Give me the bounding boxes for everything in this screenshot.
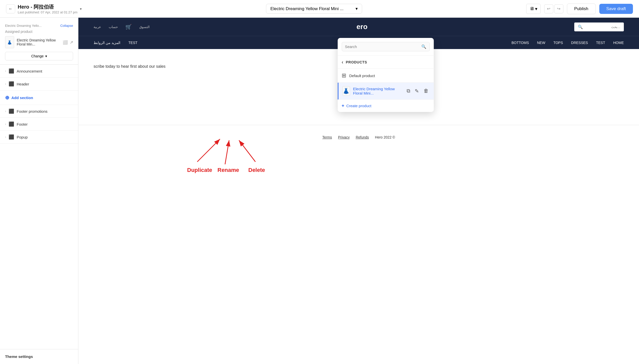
sidebar-header-label: Electric Dreaming Yello... [5,24,42,28]
device-selector[interactable]: 🖥 ▾ [526,4,541,14]
menu-bottoms: BOTTOMS [512,41,529,45]
menu-new: NEW [537,41,545,45]
product-thumb-img: 👗 [7,40,12,45]
product-link-icon[interactable]: ↗ [70,40,73,45]
page-dropdown-arrow: ▾ [356,6,358,11]
dropdown-header: ‹ PRODUCTS [338,56,434,69]
header-label: Header [17,82,29,86]
main-layout: Electric Dreaming Yello... Collapse Assi… [0,18,639,364]
preview-area: عربية حساب 🛒 التسوق ero 🔍 المزيد من الرو… [78,18,639,364]
menu-test-left: TEST [128,41,138,45]
store-footer: Terms Privacy Refunds Hero 2022 © [78,125,639,147]
duplicate-icon[interactable]: ⧉ [406,87,411,95]
add-section-button[interactable]: ⊕ Add section [0,90,78,105]
sidebar-item-footer[interactable]: › ⬛ Footer [0,118,78,131]
store-menu-left: المزيد من الروابط TEST [94,41,138,45]
duplicate-annotation: Duplicate [187,167,212,173]
undo-redo-group: ↩ ↪ [544,4,563,13]
assigned-product-label: Assigned product [5,30,73,34]
store-info: Hero - 阿拉伯语 Last published: 07 Apr, 2022… [18,4,77,14]
save-draft-button[interactable]: Save draft [599,4,633,14]
device-icon: 🖥 [530,6,534,11]
store-search-icon: 🔍 [578,25,583,29]
sidebar-bottom: Theme settings [0,349,78,364]
footer-links: Terms Privacy Refunds Hero 2022 © [94,135,624,139]
rename-annotation: Rename [217,167,239,173]
announcement-icon: ⬛ [9,68,14,74]
sidebar-top: Electric Dreaming Yello... Collapse Assi… [0,18,78,65]
header-icon: ⬛ [9,81,14,87]
change-label: Change [31,54,43,58]
create-product-label: Create product [346,104,371,108]
expand-arrow-announcement: › [5,69,6,73]
footer-promotions-icon: ⬛ [9,108,14,114]
create-product-button[interactable]: + Create product [338,100,434,112]
store-preview: عربية حساب 🛒 التسوق ero 🔍 المزيد من الرو… [78,18,639,364]
page-selector[interactable]: Electric Dreaming Yellow Floral Mini ...… [266,4,362,14]
dropdown-search-area: 🔍 [338,38,434,56]
footer-promotions-label: Footer promotions [17,109,48,113]
product-name: Electric Dreaming Yellow Floral Min... [17,38,60,46]
selected-product-item[interactable]: 👗 Electric Dreaming Yellow Floral Mini..… [338,83,434,100]
store-dropdown-arrow[interactable]: ▾ [80,7,82,11]
store-nav-right: 🔍 [574,22,624,31]
menu-test-right: TEST [596,41,605,45]
back-button[interactable]: ← [6,4,15,13]
change-product-button[interactable]: Change ▾ [5,52,73,60]
footer-terms[interactable]: Terms [322,135,332,139]
delete-annotation: Delete [248,167,265,173]
publish-button[interactable]: Publish [567,4,596,14]
add-section-label: Add section [11,96,33,100]
dropdown-search-input[interactable] [345,44,419,49]
selected-product-name: Electric Dreaming Yellow Floral Mini... [353,87,403,95]
add-section-icon: ⊕ [5,95,9,101]
search-input-wrap[interactable]: 🔍 [342,42,430,51]
nav-cart: التسوق [139,25,150,29]
topbar-left: ← Hero - 阿拉伯语 Last published: 07 Apr, 20… [6,4,102,14]
menu-home: HOME [613,41,624,45]
footer-refunds[interactable]: Refunds [356,135,369,139]
nav-arabic: عربية [94,25,101,29]
product-edit-icon[interactable]: ⬜ [63,40,68,45]
default-product-label: Default product [349,74,375,78]
topbar: ← Hero - 阿拉伯语 Last published: 07 Apr, 20… [0,0,639,18]
sidebar: Electric Dreaming Yello... Collapse Assi… [0,18,78,364]
store-search-input[interactable] [585,25,620,29]
products-dropdown: 🔍 ‹ PRODUCTS ⊞ Default product 👗 Electri… [338,38,434,112]
sidebar-item-footer-promotions[interactable]: › ⬛ Footer promotions [0,105,78,118]
back-arrow-icon[interactable]: ‹ [342,59,343,65]
footer-privacy[interactable]: Privacy [338,135,350,139]
default-product-icon: ⊞ [342,72,346,79]
menu-more-links: المزيد من الروابط [94,41,120,45]
theme-settings-label: Theme settings [5,354,33,359]
create-product-icon: + [342,103,344,108]
last-published: Last published: 07 Apr, 2022 at 01:27 pm [18,10,77,14]
expand-arrow-header: › [5,82,6,86]
footer-icon: ⬛ [9,121,14,127]
product-card: 👗 Electric Dreaming Yellow Floral Min...… [5,36,73,48]
topbar-center: Electric Dreaming Yellow Floral Mini ...… [102,4,526,14]
default-product-item[interactable]: ⊞ Default product [338,69,434,83]
popup-label: Popup [17,135,28,139]
topbar-right: 🖥 ▾ ↩ ↪ Publish Save draft [526,4,633,14]
subscribe-text: scribe today to hear first about our sal… [94,64,166,69]
collapse-button[interactable]: Collapse [60,24,73,28]
store-menu-right: BOTTOMS NEW TOPS DRESSES TEST HOME [512,41,624,45]
redo-button[interactable]: ↪ [554,4,563,13]
store-logo: ero [357,23,368,31]
menu-dresses: DRESSES [571,41,588,45]
store-search-bar[interactable]: 🔍 [574,22,624,31]
sidebar-item-announcement[interactable]: › ⬛ Announcement [0,65,78,78]
rename-icon[interactable]: ✎ [414,87,420,95]
sidebar-item-popup[interactable]: › ⬛ Popup [0,131,78,144]
sidebar-item-header[interactable]: › ⬛ Header [0,78,78,90]
product-actions: ⧉ ✎ 🗑 [406,87,430,95]
footer-label: Footer [17,122,28,126]
footer-copyright: Hero 2022 © [375,135,395,139]
device-dropdown-arrow: ▾ [535,6,537,12]
undo-button[interactable]: ↩ [544,4,553,13]
sidebar-sections: › ⬛ Announcement › ⬛ Header ⊕ Add sectio… [0,65,78,144]
expand-arrow-popup: › [5,135,6,139]
delete-icon[interactable]: 🗑 [423,87,430,95]
store-name: Hero - 阿拉伯语 [18,4,77,10]
